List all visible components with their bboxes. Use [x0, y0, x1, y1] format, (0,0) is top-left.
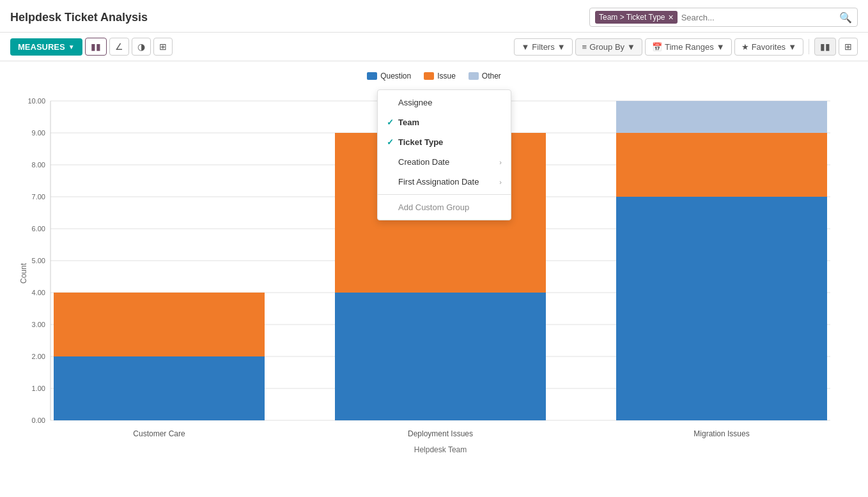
menu-divider	[378, 194, 511, 195]
arrow-creationdate: ›	[499, 158, 502, 166]
groupby-dropdown: Assignee ✓ Team ✓ Ticket Type Creation D…	[377, 89, 511, 220]
svg-text:0.00: 0.00	[32, 417, 45, 424]
arrow-firstassignation: ›	[499, 178, 502, 186]
groupby-caret: ▼	[627, 42, 635, 52]
menu-item-team[interactable]: ✓ Team	[378, 112, 511, 132]
check-customgroup	[387, 203, 396, 212]
x-label-customcare: Customer Care	[133, 429, 185, 438]
page-title: Helpdesk Ticket Analysis	[10, 11, 148, 24]
toolbar-left: MEASURES ▼ ▮▮ ∠ ◑ ⊞	[10, 38, 173, 56]
svg-text:5.00: 5.00	[32, 257, 45, 264]
groupby-button[interactable]: ≡ Group By ▼	[575, 38, 642, 56]
svg-text:8.00: 8.00	[32, 161, 45, 169]
line-chart-icon-btn[interactable]: ∠	[109, 38, 129, 56]
grid-view-btn[interactable]: ⊞	[839, 38, 858, 56]
menu-label-creationdate: Creation Date	[398, 157, 449, 167]
search-icon[interactable]: 🔍	[839, 11, 852, 24]
check-creationdate	[387, 157, 396, 167]
star-icon: ★	[741, 42, 749, 52]
group-tag-label: Team > Ticket Type	[599, 13, 665, 22]
filter-icon: ▼	[521, 42, 529, 52]
group-tag[interactable]: Team > Ticket Type ×	[595, 11, 678, 24]
bar-migration-question	[616, 197, 827, 420]
svg-text:2.00: 2.00	[32, 353, 45, 360]
menu-label-assignee: Assignee	[398, 98, 432, 107]
pivot-icon-btn[interactable]: ⊞	[153, 38, 173, 56]
calendar-icon: 📅	[652, 42, 662, 52]
menu-label-firstassignation: First Assignation Date	[398, 177, 479, 187]
toolbar: MEASURES ▼ ▮▮ ∠ ◑ ⊞ ▼ Filters ▼ ≡ Group …	[0, 33, 868, 61]
menu-item-tickettype[interactable]: ✓ Ticket Type	[378, 132, 511, 152]
search-bar: Team > Ticket Type × 🔍	[589, 8, 858, 27]
menu-label-customgroup: Add Custom Group	[398, 203, 469, 212]
favorites-button[interactable]: ★ Favorites ▼	[734, 38, 803, 56]
menu-item-assignee[interactable]: Assignee	[378, 93, 511, 112]
svg-text:7.00: 7.00	[32, 193, 45, 201]
legend-other-color	[469, 72, 479, 80]
header: Helpdesk Ticket Analysis Team > Ticket T…	[0, 0, 868, 33]
filters-caret: ▼	[557, 42, 566, 52]
timeranges-caret: ▼	[717, 42, 725, 52]
menu-item-creationdate[interactable]: Creation Date ›	[378, 152, 511, 172]
toolbar-right: ▼ Filters ▼ ≡ Group By ▼ 📅 Time Ranges ▼…	[514, 38, 858, 56]
divider	[809, 39, 809, 54]
check-firstassignation	[387, 177, 396, 187]
svg-text:6.00: 6.00	[32, 225, 45, 233]
remove-tag-icon[interactable]: ×	[669, 12, 674, 22]
bar-deployment-question	[335, 293, 546, 420]
y-axis-label: Count	[19, 263, 28, 284]
groupby-icon: ≡	[582, 42, 587, 52]
legend-question: Question	[367, 72, 411, 80]
svg-text:4.00: 4.00	[32, 289, 45, 296]
measures-caret: ▼	[68, 43, 75, 50]
bar-migration-issue	[616, 133, 827, 197]
legend-other: Other	[469, 72, 501, 80]
legend-question-label: Question	[380, 72, 411, 80]
x-label-deployment: Deployment Issues	[408, 429, 473, 438]
timeranges-button[interactable]: 📅 Time Ranges ▼	[645, 38, 732, 56]
svg-text:9.00: 9.00	[32, 129, 45, 137]
x-axis-label: Helpdesk Team	[414, 445, 467, 454]
check-tickettype: ✓	[387, 137, 396, 147]
check-assignee	[387, 98, 396, 107]
pie-chart-icon-btn[interactable]: ◑	[132, 38, 151, 56]
chart-legend: Question Issue Other	[10, 72, 858, 80]
chart-area: Question Issue Other Count 10.00 9.00 8.…	[0, 61, 868, 486]
legend-issue-color	[424, 72, 434, 80]
legend-issue-label: Issue	[437, 72, 456, 80]
bar-customcare-issue	[54, 293, 265, 356]
menu-label-tickettype: Ticket Type	[398, 137, 443, 147]
favorites-caret: ▼	[788, 42, 796, 52]
menu-label-team: Team	[398, 118, 419, 127]
x-label-migration: Migration Issues	[694, 429, 749, 438]
svg-text:10.00: 10.00	[27, 97, 45, 105]
svg-text:1.00: 1.00	[32, 385, 45, 392]
filters-button[interactable]: ▼ Filters ▼	[514, 38, 572, 56]
search-input[interactable]	[681, 13, 839, 22]
bar-customcare-question	[54, 356, 265, 420]
svg-text:3.00: 3.00	[32, 321, 45, 328]
bar-migration-other	[616, 101, 827, 133]
measures-button[interactable]: MEASURES ▼	[10, 38, 82, 56]
menu-item-customgroup[interactable]: Add Custom Group	[378, 197, 511, 217]
menu-item-firstassignation[interactable]: First Assignation Date ›	[378, 172, 511, 192]
bar-view-btn[interactable]: ▮▮	[814, 38, 836, 56]
legend-issue: Issue	[424, 72, 456, 80]
legend-other-label: Other	[482, 72, 501, 80]
check-team: ✓	[387, 118, 396, 127]
legend-question-color	[367, 72, 377, 80]
bar-chart-icon-btn[interactable]: ▮▮	[85, 38, 107, 56]
